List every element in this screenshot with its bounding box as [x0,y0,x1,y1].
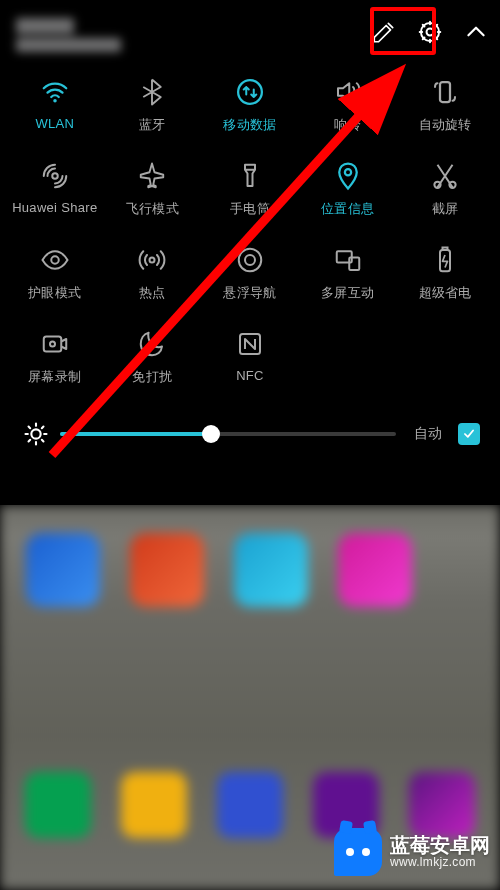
watermark-logo [334,828,382,876]
screenshot-icon [430,161,460,191]
collapse-button[interactable] [462,18,490,46]
tile-screenshot[interactable]: 截屏 [396,160,494,218]
header-date-area [10,12,370,52]
svg-point-11 [239,249,262,272]
location-icon [333,161,363,191]
tile-label: 蓝牙 [139,116,166,134]
tile-multi-screen[interactable]: 多屏互动 [299,244,397,302]
brightness-fill [60,432,211,436]
app-icon [217,772,283,838]
check-icon [462,427,476,441]
tile-label: 多屏互动 [321,284,374,302]
tile-hotspot[interactable]: 热点 [104,244,202,302]
svg-point-7 [435,182,441,188]
header-blur-line [16,18,74,34]
tile-label: Huawei Share [12,200,97,215]
eye-comfort-icon [40,245,70,275]
tile-bluetooth[interactable]: 蓝牙 [104,76,202,134]
svg-point-10 [150,258,155,263]
tile-power-save[interactable]: 超级省电 [396,244,494,302]
mobile-data-icon [235,77,265,107]
nfc-icon [235,329,265,359]
settings-button[interactable] [416,18,444,46]
tile-label: 截屏 [432,200,459,218]
hotspot-icon [137,245,167,275]
quick-settings-panel: WLAN 蓝牙 移动数据 响铃 自动旋转 Huawei Share 飞行模式 [0,0,500,505]
svg-point-6 [344,169,350,175]
quick-settings-grid: WLAN 蓝牙 移动数据 响铃 自动旋转 Huawei Share 飞行模式 [0,64,500,386]
tile-nfc[interactable]: NFC [201,328,299,386]
svg-point-2 [53,99,57,103]
float-nav-icon [235,245,265,275]
multi-screen-icon [333,245,363,275]
tile-auto-rotate[interactable]: 自动旋转 [396,76,494,134]
tile-screen-record[interactable]: 屏幕录制 [6,328,104,386]
tile-label: 飞行模式 [126,200,179,218]
tile-label: 位置信息 [321,200,374,218]
brightness-thumb[interactable] [202,425,220,443]
svg-point-3 [238,80,262,104]
tile-huawei-share[interactable]: Huawei Share [6,160,104,218]
tile-label: 屏幕录制 [28,368,81,386]
tile-airplane[interactable]: 飞行模式 [104,160,202,218]
tile-sound[interactable]: 响铃 [299,76,397,134]
tile-label: 响铃 [334,116,361,134]
header-actions [370,18,490,46]
tile-label: 移动数据 [223,116,276,134]
tile-label: NFC [236,368,264,383]
auto-rotate-icon [430,77,460,107]
watermark-url: www.lmkjz.com [390,856,490,869]
watermark: 蓝莓安卓网 www.lmkjz.com [334,828,490,876]
tile-label: 免打扰 [132,368,172,386]
do-not-disturb-icon [137,329,167,359]
app-icon [234,533,308,607]
sound-icon [333,77,363,107]
edit-icon [371,19,397,45]
tile-wlan[interactable]: WLAN [6,76,104,134]
brightness-auto-label: 自动 [414,425,442,443]
svg-rect-16 [443,248,448,251]
svg-rect-4 [440,82,450,102]
svg-rect-17 [44,337,62,352]
tile-eye-comfort[interactable]: 护眼模式 [6,244,104,302]
huawei-share-icon [40,161,70,191]
app-icon [25,772,91,838]
wifi-icon [40,77,70,107]
header-blur-line [16,38,121,52]
tile-label: 悬浮导航 [223,284,276,302]
brightness-auto-checkbox[interactable] [458,423,480,445]
brightness-icon [22,420,50,448]
svg-point-1 [421,23,439,41]
tile-label: 自动旋转 [419,116,472,134]
tile-label: WLAN [35,116,74,131]
svg-point-18 [50,342,55,347]
tile-float-nav[interactable]: 悬浮导航 [201,244,299,302]
edit-button[interactable] [370,18,398,46]
tile-label: 护眼模式 [28,284,81,302]
chevron-up-icon [463,19,489,45]
svg-point-5 [52,173,58,179]
bluetooth-icon [137,77,167,107]
flashlight-icon [235,161,265,191]
brightness-slider[interactable] [60,432,396,436]
tile-flashlight[interactable]: 手电筒 [201,160,299,218]
tile-label: 热点 [139,284,166,302]
screen-record-icon [40,329,70,359]
battery-icon [430,245,460,275]
svg-point-12 [245,255,255,265]
svg-point-8 [450,182,456,188]
tile-mobile-data[interactable]: 移动数据 [201,76,299,134]
app-icon [338,533,412,607]
svg-point-20 [31,429,40,438]
tile-location[interactable]: 位置信息 [299,160,397,218]
svg-point-9 [51,256,59,264]
tile-label: 超级省电 [419,284,472,302]
airplane-icon [137,161,167,191]
brightness-row: 自动 [0,404,500,460]
app-icon [26,533,100,607]
watermark-title: 蓝莓安卓网 [390,834,490,856]
gear-icon [417,19,443,45]
tile-label: 手电筒 [230,200,270,218]
tile-dnd[interactable]: 免打扰 [104,328,202,386]
app-icon [121,772,187,838]
